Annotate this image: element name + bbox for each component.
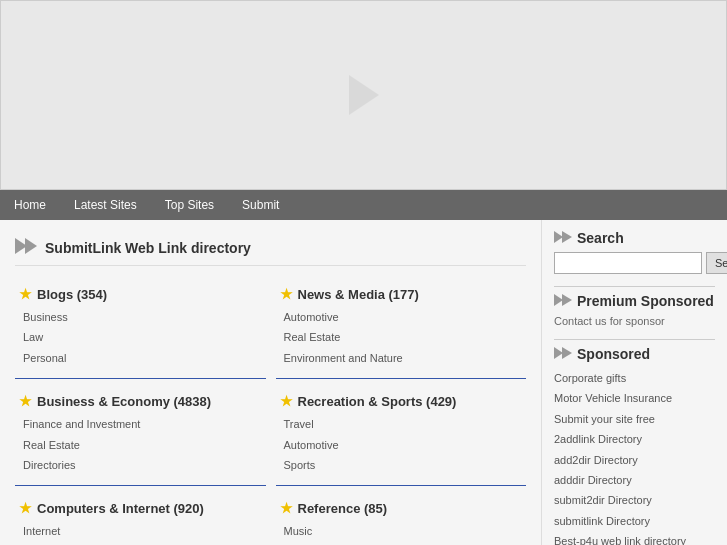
list-item: Real Estate — [284, 327, 523, 347]
category-link[interactable]: Internet — [23, 525, 60, 537]
banner-area — [0, 0, 727, 190]
search-section: Search Search — [554, 230, 715, 274]
star-icon: ★ — [19, 393, 32, 409]
category-title-5: ★Reference (85) — [280, 500, 523, 516]
category-block-4: ★Computers & Internet (920)Internet — [15, 492, 266, 545]
search-input[interactable] — [554, 252, 702, 274]
category-links-2: Finance and InvestmentReal EstateDirecto… — [19, 414, 262, 475]
search-heading-arrow-icon — [554, 230, 572, 246]
category-link[interactable]: Business — [23, 311, 68, 323]
right-sidebar: Search Search Premium Spo — [542, 220, 727, 545]
nav-item-top-sites[interactable]: Top Sites — [151, 190, 228, 220]
star-icon: ★ — [280, 393, 293, 409]
category-links-4: Internet — [19, 521, 262, 541]
svg-marker-1 — [25, 238, 37, 254]
search-heading: Search — [554, 230, 715, 246]
list-item: submit2dir Directory — [554, 490, 715, 510]
category-link[interactable]: Environment and Nature — [284, 352, 403, 364]
sponsored-section: Sponsored Corporate giftsMotor Vehicle I… — [554, 346, 715, 545]
sponsored-link-5[interactable]: adddir Directory — [554, 474, 632, 486]
nav-item-home[interactable]: Home — [0, 190, 60, 220]
category-link[interactable]: Law — [23, 331, 43, 343]
category-title-1: ★News & Media (177) — [280, 286, 523, 302]
site-title-arrow-icon — [15, 238, 37, 257]
category-title-link-4[interactable]: Computers & Internet (920) — [37, 501, 204, 516]
sponsored-link-8[interactable]: Best-p4u web link directory — [554, 535, 686, 545]
premium-heading: Premium Sponsored — [554, 293, 715, 309]
category-link[interactable]: Sports — [284, 459, 316, 471]
sponsored-heading-label: Sponsored — [577, 346, 650, 362]
list-item: Motor Vehicle Insurance — [554, 388, 715, 408]
category-link[interactable]: Automotive — [284, 439, 339, 451]
left-content: SubmitLink Web Link directory ★Blogs (35… — [0, 220, 542, 545]
list-item: 2addlink Directory — [554, 429, 715, 449]
list-item: Best-p4u web link directory — [554, 531, 715, 545]
list-item: Directories — [23, 455, 262, 475]
nav-item-latest-sites[interactable]: Latest Sites — [60, 190, 151, 220]
nav-bar: HomeLatest SitesTop SitesSubmit — [0, 190, 727, 220]
search-heading-label: Search — [577, 230, 624, 246]
category-title-link-3[interactable]: Recreation & Sports (429) — [298, 394, 457, 409]
sponsored-link-6[interactable]: submit2dir Directory — [554, 494, 652, 506]
sponsored-link-7[interactable]: submitlink Directory — [554, 515, 650, 527]
category-links-3: TravelAutomotiveSports — [280, 414, 523, 475]
sponsored-link-2[interactable]: Submit your site free — [554, 413, 655, 425]
list-item: Automotive — [284, 435, 523, 455]
svg-marker-5 — [562, 294, 572, 306]
category-title-link-2[interactable]: Business & Economy (4838) — [37, 394, 211, 409]
list-item: adddir Directory — [554, 470, 715, 490]
category-title-link-1[interactable]: News & Media (177) — [298, 287, 419, 302]
categories-grid: ★Blogs (354)BusinessLawPersonal★News & M… — [15, 278, 526, 545]
category-block-1: ★News & Media (177)AutomotiveReal Estate… — [276, 278, 527, 379]
list-item: Travel — [284, 414, 523, 434]
list-item: Automotive — [284, 307, 523, 327]
list-item: Finance and Investment — [23, 414, 262, 434]
category-block-5: ★Reference (85)Music — [276, 492, 527, 545]
category-link[interactable]: Travel — [284, 418, 314, 430]
category-link[interactable]: Real Estate — [284, 331, 341, 343]
search-button[interactable]: Search — [706, 252, 727, 274]
category-link[interactable]: Automotive — [284, 311, 339, 323]
sponsored-link-1[interactable]: Motor Vehicle Insurance — [554, 392, 672, 404]
nav-item-submit[interactable]: Submit — [228, 190, 293, 220]
banner-placeholder-icon — [349, 75, 379, 115]
sponsored-link-4[interactable]: add2dir Directory — [554, 454, 638, 466]
list-item: Law — [23, 327, 262, 347]
svg-marker-7 — [562, 347, 572, 359]
category-title-link-5[interactable]: Reference (85) — [298, 501, 388, 516]
search-box: Search — [554, 252, 715, 274]
main-area: SubmitLink Web Link directory ★Blogs (35… — [0, 220, 727, 545]
category-link[interactable]: Finance and Investment — [23, 418, 140, 430]
category-block-0: ★Blogs (354)BusinessLawPersonal — [15, 278, 266, 379]
category-title-0: ★Blogs (354) — [19, 286, 262, 302]
category-link[interactable]: Directories — [23, 459, 76, 471]
star-icon: ★ — [19, 500, 32, 516]
list-item: Environment and Nature — [284, 348, 523, 368]
list-item: Internet — [23, 521, 262, 541]
category-links-5: Music — [280, 521, 523, 541]
premium-heading-label: Premium Sponsored — [577, 293, 714, 309]
category-block-2: ★Business & Economy (4838)Finance and In… — [15, 385, 266, 486]
category-link[interactable]: Music — [284, 525, 313, 537]
category-link[interactable]: Real Estate — [23, 439, 80, 451]
list-item: Submit your site free — [554, 409, 715, 429]
sponsored-link-3[interactable]: 2addlink Directory — [554, 433, 642, 445]
svg-marker-2 — [554, 231, 563, 243]
category-link[interactable]: Personal — [23, 352, 66, 364]
list-item: submitlink Directory — [554, 511, 715, 531]
sponsored-link-0[interactable]: Corporate gifts — [554, 372, 626, 384]
list-item: add2dir Directory — [554, 450, 715, 470]
sponsored-heading: Sponsored — [554, 346, 715, 362]
list-item: Music — [284, 521, 523, 541]
premium-contact-text: Contact us for sponsor — [554, 315, 715, 327]
category-title-3: ★Recreation & Sports (429) — [280, 393, 523, 409]
list-item: Real Estate — [23, 435, 262, 455]
star-icon: ★ — [280, 286, 293, 302]
category-title-link-0[interactable]: Blogs (354) — [37, 287, 107, 302]
star-icon: ★ — [280, 500, 293, 516]
premium-section: Premium Sponsored Contact us for sponsor — [554, 293, 715, 327]
divider-2 — [554, 339, 715, 340]
divider-1 — [554, 286, 715, 287]
list-item: Sports — [284, 455, 523, 475]
svg-marker-4 — [554, 294, 563, 306]
